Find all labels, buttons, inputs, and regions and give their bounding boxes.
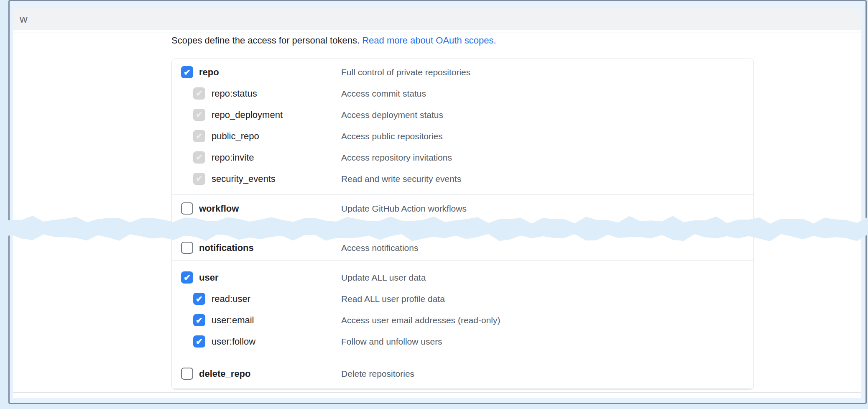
scope-checkbox[interactable]: ✔ (193, 335, 205, 348)
scope-row: ✔repoFull control of private repositorie… (172, 61, 753, 83)
scope-description: Follow and unfollow users (341, 337, 442, 347)
scope-row: ✔read:userRead ALL user profile data (172, 288, 753, 309)
check-icon: ✔ (184, 68, 191, 77)
scope-checkbox[interactable] (181, 368, 193, 380)
check-icon: ✔ (196, 111, 203, 119)
scope-label[interactable]: public_repo (212, 131, 259, 142)
scope-description: Access notifications (341, 243, 418, 253)
check-icon: ✔ (196, 295, 203, 303)
scope-label[interactable]: repo:status (212, 88, 257, 99)
scope-checkbox[interactable]: ✔ (193, 293, 205, 305)
scope-row: workflowUpdate GitHub Action workflows (172, 198, 753, 219)
scope-checkbox: ✔ (193, 173, 205, 185)
scope-label[interactable]: user (199, 272, 218, 283)
check-icon: ✔ (196, 132, 203, 140)
scope-label[interactable]: notifications (199, 243, 254, 253)
scope-checkbox[interactable]: ✔ (181, 66, 193, 78)
scope-label[interactable]: read:user (212, 294, 250, 304)
scope-description: Full control of private repositories (341, 67, 470, 77)
scope-row: ✔repo:statusAccess commit status (172, 83, 753, 104)
scope-row: notificationsAccess notifications (172, 237, 753, 258)
scope-label[interactable]: user:email (212, 315, 254, 326)
page: w Scopes define the access for personal … (0, 0, 868, 409)
scope-label[interactable]: repo:invite (212, 152, 254, 163)
scope-description: Access deployment status (341, 110, 443, 120)
scope-checkbox[interactable]: ✔ (181, 271, 193, 284)
scope-group: ✔userUpdate ALL user data✔read:userRead … (172, 261, 753, 357)
scope-checkbox[interactable] (181, 242, 193, 254)
scope-label[interactable]: user:follow (212, 336, 255, 347)
scope-description: Access public repositories (341, 131, 443, 141)
scope-checkbox: ✔ (193, 87, 205, 100)
check-icon: ✔ (196, 89, 203, 97)
scope-description: Access user email addresses (read-only) (341, 315, 500, 325)
scope-group: workflowUpdate GitHub Action workflows (172, 195, 753, 219)
scope-description: Read and write security events (341, 174, 461, 184)
panel-bottom-divider (13, 392, 861, 393)
scope-row: ✔repo:inviteAccess repository invitation… (172, 147, 753, 168)
scope-row: ✔user:emailAccess user email addresses (… (172, 309, 753, 331)
scope-checkbox[interactable] (181, 202, 193, 215)
scope-description: Update ALL user data (341, 273, 426, 283)
scope-checkbox: ✔ (193, 109, 205, 121)
scope-row: ✔userUpdate ALL user data (172, 267, 753, 288)
scope-label[interactable]: repo (199, 67, 219, 78)
oauth-scopes-link[interactable]: Read more about OAuth scopes. (362, 35, 496, 46)
scope-checkbox: ✔ (193, 130, 205, 142)
check-icon: ✔ (196, 175, 203, 183)
header-divider (13, 33, 861, 33)
scope-row: delete_repoDelete repositories (172, 363, 753, 384)
scope-description: Access commit status (341, 89, 426, 99)
scope-description: Delete repositories (341, 369, 414, 379)
scope-row: ✔public_repoAccess public repositories (172, 125, 753, 147)
scope-row: ✔repo_deploymentAccess deployment status (172, 104, 753, 125)
scope-description: Access repository invitations (341, 153, 452, 163)
note-field-value: w (20, 13, 28, 25)
intro-text: Scopes define the access for personal to… (171, 35, 360, 46)
scope-checkbox[interactable]: ✔ (193, 314, 205, 326)
scope-label[interactable]: repo_deployment (212, 110, 283, 120)
scope-group: ✔repoFull control of private repositorie… (172, 59, 753, 195)
check-icon: ✔ (184, 274, 191, 282)
scope-group: delete_repoDelete repositories (172, 357, 753, 389)
check-icon: ✔ (196, 153, 203, 161)
scope-row: ✔user:followFollow and unfollow users (172, 331, 753, 352)
scopes-intro: Scopes define the access for personal to… (171, 35, 496, 46)
note-field[interactable]: w (13, 8, 861, 30)
scope-checkbox: ✔ (193, 151, 205, 164)
scope-label[interactable]: delete_repo (199, 368, 251, 379)
scope-label[interactable]: security_events (212, 174, 276, 184)
check-icon: ✔ (196, 337, 203, 346)
scope-description: Read ALL user profile data (341, 294, 445, 304)
check-icon: ✔ (196, 316, 203, 325)
scope-group: notificationsAccess notifications (172, 237, 753, 261)
scope-description: Update GitHub Action workflows (341, 204, 467, 214)
scope-row: ✔security_eventsRead and write security … (172, 168, 753, 189)
scope-label[interactable]: workflow (199, 203, 239, 214)
